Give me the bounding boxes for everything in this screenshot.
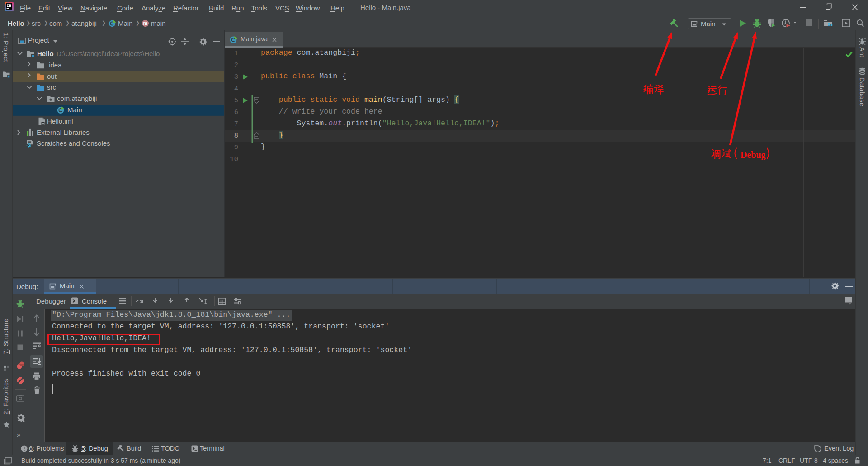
svg-text:m: m — [143, 20, 148, 26]
